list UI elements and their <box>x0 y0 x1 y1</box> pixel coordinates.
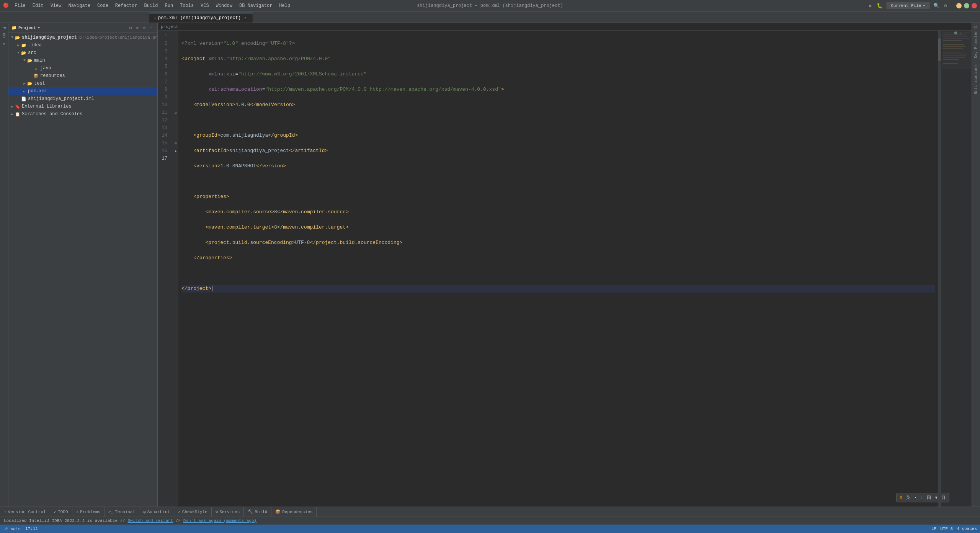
maximize-button[interactable]: □ <box>964 3 969 8</box>
hide-panel-button[interactable]: − <box>148 25 154 31</box>
ime-grid-btn[interactable]: 目 <box>940 494 947 501</box>
menu-build[interactable]: Build <box>141 2 161 9</box>
menu-navigate[interactable]: Navigate <box>65 2 93 9</box>
close-button[interactable]: × <box>972 3 977 8</box>
tree-iml-file[interactable]: ▶ 📄 shijiangdiya_project.iml <box>8 95 157 103</box>
menu-edit[interactable]: Edit <box>29 2 47 9</box>
tab-checkstyle[interactable]: ✓ CheckStyle <box>174 507 212 517</box>
ime-en-btn[interactable]: 英 <box>905 494 911 501</box>
tree-src-folder[interactable]: ▼ 📂 src <box>8 49 157 57</box>
status-lf[interactable]: LF <box>931 526 936 531</box>
line-num-10: 10 <box>158 101 170 109</box>
fold-15[interactable]: ⊟ <box>173 139 178 147</box>
tab-dependencies[interactable]: 📦 Dependencies <box>271 507 317 517</box>
window-title: shijiangdiya_project – pom.xml (shijiang… <box>417 3 563 8</box>
status-position[interactable]: 17:11 <box>25 526 38 531</box>
menu-code[interactable]: Code <box>94 2 111 9</box>
db-browser-button[interactable]: 🗄 <box>1 32 8 39</box>
dont-ask-link[interactable]: Don't ask again (moments ago) <box>183 518 256 523</box>
scrollbar-thumb[interactable] <box>938 38 941 61</box>
tree-root-item[interactable]: ▼ 📂 shijiangdiya_project D:\idea\project… <box>8 34 157 41</box>
tree-scratches[interactable]: ▶ 📋 Scratches and Consoles <box>8 110 157 118</box>
tree-java-folder[interactable]: ▶ ☕ java <box>8 64 157 72</box>
ime-up-btn[interactable]: ↑ <box>920 495 924 500</box>
ext-arrow: ▶ <box>10 104 15 109</box>
project-tool-button[interactable]: P <box>1 25 8 31</box>
notifications-panel[interactable]: Notifications <box>973 61 979 97</box>
ime-down-btn[interactable]: ▼ <box>934 495 939 500</box>
tab-services[interactable]: ⚙ Services <box>212 507 244 517</box>
code-editor[interactable]: <?xml version="1.0" encoding="UTF-8"?> <… <box>178 31 938 507</box>
status-charset[interactable]: UTF-8 <box>940 526 953 531</box>
menu-window[interactable]: Window <box>213 2 235 9</box>
minimize-button[interactable]: − <box>956 3 962 8</box>
minimap-check-icon[interactable]: ✓ <box>959 31 962 36</box>
tree-external-libs[interactable]: ▶ 🔖 External Libraries <box>8 103 157 110</box>
tree-root-label: shijiangdiya_project <box>22 35 77 40</box>
ime-dot-btn[interactable]: • <box>913 495 918 500</box>
java-folder-icon: ☕ <box>33 65 39 71</box>
bottom-tabs: ↑ Version Control ✓ TODO ⚠ Problems >_ T… <box>0 507 317 517</box>
fold-11[interactable]: ⊟ <box>173 109 178 116</box>
editor-area: project 1 2 3 4 5 6 7 8 9 10 11 12 13 14… <box>158 23 972 507</box>
code-line-13: <maven.compiler.target>8</maven.compiler… <box>181 224 935 231</box>
tab-version-control[interactable]: ↑ Version Control <box>0 507 50 517</box>
menu-tools[interactable]: Tools <box>177 2 197 9</box>
status-vcs[interactable]: ⎇ main <box>3 526 21 531</box>
tree-main-folder[interactable]: ▼ 📂 main <box>8 57 157 64</box>
minimap-magnify-icon[interactable]: 🔍 <box>954 31 959 36</box>
settings-button[interactable]: ⚙ <box>141 25 147 31</box>
settings-icon[interactable]: ⚙ <box>942 2 949 10</box>
fold-13 <box>173 124 178 132</box>
tree-resources-folder[interactable]: ▶ 📦 resources <box>8 72 157 80</box>
terminal-label: Terminal <box>115 510 135 514</box>
menu-file[interactable]: File <box>11 2 29 9</box>
tab-build[interactable]: 🔨 Build <box>244 507 271 517</box>
ime-return-btn[interactable]: 回 <box>926 494 932 501</box>
tree-pom-xml[interactable]: ▶ ✦ pom.xml <box>8 87 157 95</box>
tab-close-button[interactable]: × <box>243 15 248 21</box>
debug-button[interactable]: 🐛 <box>876 2 884 10</box>
minimap: 🔍 ✓ <box>941 31 972 507</box>
editor-content: 1 2 3 4 5 6 7 8 9 10 11 12 13 14 15 16 1… <box>158 31 972 507</box>
search-everywhere-icon[interactable]: 🔍 <box>933 2 940 10</box>
bottom-tab-bar: ↑ Version Control ✓ TODO ⚠ Problems >_ T… <box>0 507 980 517</box>
project-title-label: Project <box>18 26 36 30</box>
key-promoter-panel[interactable]: Key Promoter X <box>973 23 979 61</box>
menu-db-navigator[interactable]: DB Navigator <box>236 2 275 9</box>
tab-pom-xml[interactable]: ✦ pom.xml (shijiangdiya_project) × <box>149 13 253 23</box>
scratches-icon: 📋 <box>15 111 21 117</box>
tab-todo[interactable]: ✓ TODO <box>50 507 72 517</box>
tree-test-folder[interactable]: ▶ 📂 test <box>8 80 157 87</box>
tab-problems[interactable]: ⚠ Problems <box>72 507 105 517</box>
code-line-1: <?xml version="1.0" encoding="UTF-8"?> <box>181 40 935 47</box>
project-dropdown-icon[interactable]: ▾ <box>38 25 40 30</box>
line-num-1: 1 <box>158 32 170 40</box>
menu-refactor[interactable]: Refactor <box>112 2 140 9</box>
collapse-all-button[interactable]: ⊟ <box>127 25 134 31</box>
tree-idea-folder[interactable]: ▶ 📁 .idea <box>8 41 157 49</box>
line-num-13: 13 <box>158 124 170 132</box>
menu-vcs[interactable]: VCS <box>198 2 212 9</box>
version-control-icon: ↑ <box>4 510 7 514</box>
pom-arrow: ▶ <box>16 89 21 93</box>
locate-file-button[interactable]: ⊕ <box>134 25 140 31</box>
editor-scrollbar-v[interactable] <box>938 31 941 507</box>
tab-sonarlint[interactable]: ◎ SonarLint <box>139 507 174 517</box>
status-indent[interactable]: 4 spaces <box>957 526 977 531</box>
menu-view[interactable]: View <box>47 2 65 9</box>
tab-terminal[interactable]: >_ Terminal <box>105 507 139 517</box>
menu-run[interactable]: Run <box>162 2 176 9</box>
svg-rect-14 <box>942 31 971 69</box>
favorites-button[interactable]: ★ <box>1 40 8 47</box>
code-line-16 <box>181 270 935 277</box>
code-line-5: <modelVersion>4.0.0</modelVersion> <box>181 101 935 109</box>
ime-s-btn[interactable]: S <box>899 495 904 500</box>
services-icon: ⚙ <box>216 509 218 514</box>
right-panel-strip: Key Promoter X Notifications <box>972 23 980 507</box>
menu-help[interactable]: Help <box>276 2 293 9</box>
switch-restart-link[interactable]: Switch and restart <box>127 518 173 523</box>
services-label: Services <box>219 510 240 514</box>
current-file-button[interactable]: Current File ▾ <box>887 2 929 9</box>
run-button[interactable]: ▶ <box>867 2 874 10</box>
